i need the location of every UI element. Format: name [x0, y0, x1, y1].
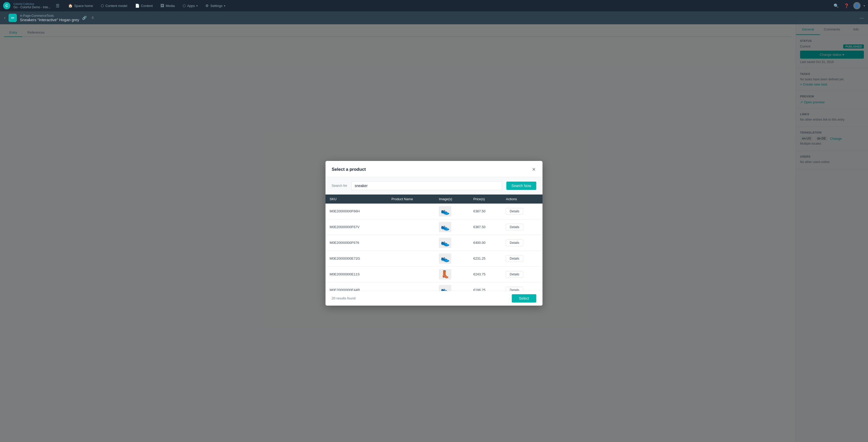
content-model-icon: ⬡: [101, 4, 104, 8]
cell-product-name: [387, 219, 435, 235]
details-button[interactable]: Details: [506, 208, 523, 215]
products-table: SKU Product Name Image(s) Price(s) Actio…: [326, 194, 542, 291]
user-avatar[interactable]: 👤: [853, 2, 861, 9]
table-header: SKU Product Name Image(s) Price(s) Actio…: [326, 194, 542, 203]
settings-chevron-icon: ▾: [224, 4, 225, 7]
cell-image: 👟: [435, 235, 469, 251]
col-price: Price(s): [469, 194, 502, 203]
cell-product-name: [387, 235, 435, 251]
search-icon[interactable]: 🔍: [833, 2, 840, 9]
apps-chevron-icon: ▾: [196, 4, 197, 7]
results-count: 20 results found: [332, 296, 356, 300]
col-sku: SKU: [326, 194, 387, 203]
nav-tab-space-home[interactable]: 🏠 Space home: [65, 2, 97, 9]
home-icon: 🏠: [68, 4, 72, 8]
details-button[interactable]: Details: [506, 287, 523, 291]
col-actions: Actions: [502, 194, 542, 203]
sneaker-emoji: 👟: [441, 239, 450, 247]
select-button[interactable]: Select: [512, 294, 536, 303]
cell-actions: Details: [502, 203, 542, 219]
cell-price: €387.50: [469, 203, 502, 219]
help-icon[interactable]: ❓: [843, 2, 850, 9]
details-button[interactable]: Details: [506, 240, 523, 246]
table-row: M0E20000000F66H 👟 €387.50 Details: [326, 203, 542, 219]
cell-actions: Details: [502, 266, 542, 282]
apps-icon: ⬡: [183, 4, 186, 8]
tab-title: Go - Colorful Demo - Inte...: [13, 5, 51, 9]
cell-sku: M0E20000000E44R: [326, 282, 387, 291]
cell-sku: M0E20000000E11S: [326, 266, 387, 282]
breadcrumb: π-Page-CommerceTools: [20, 14, 79, 18]
modal-close-button[interactable]: ✕: [531, 166, 536, 173]
cell-image: 👟: [435, 251, 469, 266]
product-image: 👟: [439, 253, 451, 264]
table-row: M0E20000000E72G 👟 €231.25 Details: [326, 251, 542, 266]
cell-product-name: [387, 282, 435, 291]
table-row: M0E20000000F67V 👟 €387.50 Details: [326, 219, 542, 235]
nav-tab-media[interactable]: 🖼 Media: [157, 2, 178, 9]
entry-info: π-Page-CommerceTools Sneakers "Interacti…: [20, 14, 79, 22]
avatar-chevron-icon[interactable]: ▾: [864, 4, 865, 7]
modal-search-row: Search for Search Now: [326, 177, 542, 194]
cell-image: 👟: [435, 219, 469, 235]
sneaker-emoji: 👟: [441, 207, 450, 216]
cell-price: €400.00: [469, 235, 502, 251]
more-options-button[interactable]: ···: [860, 15, 864, 21]
modal-overlay: Select a product ✕ Search for Search Now…: [0, 24, 868, 442]
nav-tabs: 🏠 Space home ⬡ Content model 📄 Content 🖼…: [65, 2, 832, 9]
details-button[interactable]: Details: [506, 224, 523, 230]
cell-price: €186.25: [469, 282, 502, 291]
top-nav-right: 🔍 ❓ 👤 ▾: [833, 2, 865, 9]
search-input[interactable]: [351, 181, 502, 190]
back-button[interactable]: ‹: [4, 15, 5, 20]
cell-price: €387.50: [469, 219, 502, 235]
details-button[interactable]: Details: [506, 255, 523, 262]
cell-sku: M0E20000000F66H: [326, 203, 387, 219]
cell-product-name: [387, 266, 435, 282]
nav-tab-apps[interactable]: ⬡ Apps ▾: [179, 2, 202, 9]
product-image: 👟: [439, 285, 451, 291]
search-input-wrapper: [351, 181, 502, 190]
details-button[interactable]: Details: [506, 271, 523, 278]
nav-tab-settings[interactable]: ⚙ Settings ▾: [202, 2, 229, 9]
nav-tab-content[interactable]: 📄 Content: [131, 2, 157, 9]
settings-icon: ⚙: [206, 4, 209, 8]
sneaker-emoji: 👟: [441, 286, 450, 291]
select-product-modal: Select a product ✕ Search for Search Now…: [326, 161, 542, 306]
menu-icon[interactable]: ☰: [56, 3, 59, 8]
cell-product-name: [387, 203, 435, 219]
cell-actions: Details: [502, 219, 542, 235]
search-for-label: Search for: [332, 184, 347, 188]
cell-sku: M0E20000000E72G: [326, 251, 387, 266]
products-tbody: M0E20000000F66H 👟 €387.50 Details M0E200…: [326, 203, 542, 291]
cell-image: 👢: [435, 266, 469, 282]
content-area: Entry References General Comments Info S…: [0, 24, 868, 442]
cell-actions: Details: [502, 251, 542, 266]
cell-image: 👟: [435, 282, 469, 291]
app-logo[interactable]: C: [3, 2, 10, 9]
cell-sku: M0E20000000F67V: [326, 219, 387, 235]
sneaker-emoji: 👟: [441, 223, 450, 231]
cell-image: 👟: [435, 203, 469, 219]
links-icon: 🔗: [82, 16, 87, 20]
sneaker-emoji: 👢: [441, 270, 450, 279]
col-images: Image(s): [435, 194, 469, 203]
cell-product-name: [387, 251, 435, 266]
modal-table-wrapper: SKU Product Name Image(s) Price(s) Actio…: [326, 194, 542, 291]
content-icon: 📄: [135, 4, 140, 8]
cell-price: €243.75: [469, 266, 502, 282]
nav-tab-content-model[interactable]: ⬡ Content model: [97, 2, 131, 9]
sub-navigation: ‹ ✏ π-Page-CommerceTools Sneakers "Inter…: [0, 11, 868, 24]
sneaker-emoji: 👟: [441, 254, 450, 263]
entry-icon: ✏: [8, 14, 17, 22]
modal-footer: 20 results found Select: [326, 291, 542, 306]
product-image: 👟: [439, 222, 451, 232]
media-icon: 🖼: [160, 4, 164, 8]
top-navigation: C Colorful Collective Go - Colorful Demo…: [0, 0, 868, 11]
product-image: 👢: [439, 269, 451, 280]
cell-price: €231.25: [469, 251, 502, 266]
search-now-button[interactable]: Search Now: [506, 182, 536, 190]
modal-header: Select a product ✕: [326, 161, 542, 177]
table-row: M0E20000000F676 👟 €400.00 Details: [326, 235, 542, 251]
product-image: 👟: [439, 238, 451, 248]
